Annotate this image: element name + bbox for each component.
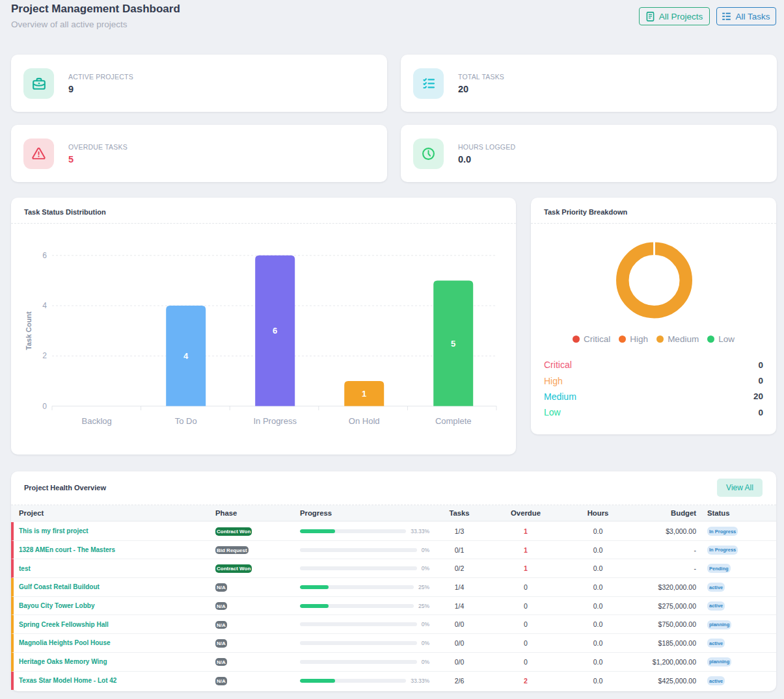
svg-text:2: 2 bbox=[42, 351, 47, 360]
svg-text:6: 6 bbox=[42, 251, 47, 260]
svg-text:4: 4 bbox=[42, 301, 47, 310]
svg-text:To Do: To Do bbox=[175, 416, 197, 426]
svg-text:On Hold: On Hold bbox=[349, 416, 380, 426]
svg-text:5: 5 bbox=[451, 339, 455, 349]
svg-text:6: 6 bbox=[273, 326, 277, 336]
svg-text:In Progress: In Progress bbox=[253, 416, 297, 426]
svg-text:Backlog: Backlog bbox=[82, 416, 112, 426]
svg-text:Task Count: Task Count bbox=[25, 311, 33, 350]
svg-text:0: 0 bbox=[42, 402, 47, 411]
svg-text:4: 4 bbox=[183, 351, 189, 361]
svg-text:1: 1 bbox=[362, 389, 366, 399]
svg-text:Complete: Complete bbox=[435, 416, 472, 426]
